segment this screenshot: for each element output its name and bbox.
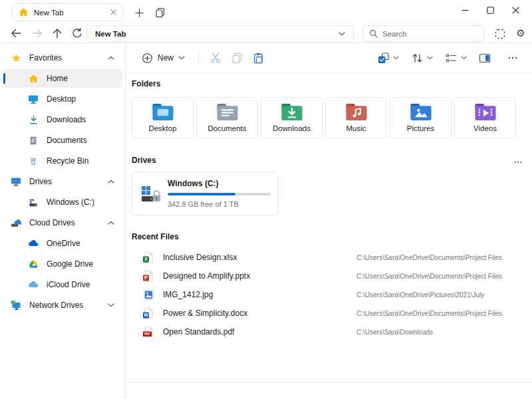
paste-button[interactable] [249, 49, 267, 66]
selection-accent-bar [3, 73, 5, 84]
forward-button[interactable] [29, 25, 45, 41]
layout-view-button[interactable] [442, 49, 460, 66]
tab-new-tab[interactable]: New Tab [12, 3, 123, 21]
chevron-up-icon[interactable] [108, 221, 114, 225]
sidebar-section-favorites[interactable]: Favorites [3, 49, 122, 67]
sidebar-item-documents[interactable]: Documents [3, 131, 122, 150]
settings-gear-icon[interactable]: ⚙ [513, 25, 529, 41]
desktop-folder-icon [152, 103, 174, 121]
address-chevron-down-icon[interactable] [338, 32, 345, 36]
bitlocker-drive-icon [141, 184, 161, 204]
copy-button[interactable] [228, 49, 245, 66]
cut-button[interactable] [207, 49, 224, 66]
cloud-drive-icon [11, 217, 21, 228]
tab-title: New Tab [34, 9, 105, 17]
sidebar-item-desktop[interactable]: Desktop [3, 90, 122, 108]
window-controls [452, 0, 528, 20]
chevron-down-icon [178, 56, 185, 60]
file-row-xlsx[interactable]: X Inclusive Design.xlsx C:\Users\Sara\On… [126, 248, 526, 267]
folder-tile-documents[interactable]: Documents [196, 97, 258, 138]
music-folder-icon [345, 103, 368, 121]
tab-overview-icon[interactable] [153, 5, 168, 20]
drive-usage-fill [168, 193, 235, 196]
new-button[interactable]: New [136, 49, 190, 67]
file-row-jpg[interactable]: IMG_1412.jpg C:\Users\Sara\OneDrive\Pict… [126, 285, 526, 304]
refresh-button[interactable] [69, 25, 85, 41]
back-button[interactable] [8, 25, 24, 41]
hard-drive-icon [28, 197, 39, 207]
powerpoint-file-icon: P [142, 270, 154, 282]
folder-tile-desktop[interactable]: Desktop [132, 97, 194, 138]
recent-files-section-title: Recent Files [132, 232, 179, 241]
sidebar-item-recycle-bin[interactable]: Recycle Bin [3, 152, 122, 170]
chevron-up-icon[interactable] [108, 180, 114, 184]
search-box[interactable] [362, 25, 484, 42]
toolbar-separator [198, 51, 199, 65]
google-drive-icon [28, 259, 39, 269]
pictures-folder-icon [410, 103, 432, 121]
view-controls [368, 49, 525, 66]
tab-close-icon[interactable] [110, 9, 116, 15]
up-button[interactable] [49, 25, 65, 41]
sidebar-item-downloads[interactable]: Downloads [3, 110, 122, 129]
navigation-bar: New Tab ⚙ [0, 24, 532, 43]
download-arrow-icon [28, 114, 39, 125]
pdf-file-icon: PDF [142, 326, 154, 338]
see-more-button[interactable] [504, 49, 521, 66]
details-pane-button[interactable] [476, 49, 493, 66]
folders-section-title: Folders [132, 79, 160, 88]
drives-see-more-button[interactable] [510, 157, 526, 168]
sidebar-section-cloud-drives[interactable]: Cloud Drives [3, 213, 122, 232]
folder-tile-videos[interactable]: Videos [454, 97, 516, 138]
sidebar-item-home[interactable]: Home [3, 69, 122, 88]
address-bar[interactable]: New Tab [86, 25, 354, 42]
drives-section-title: Drives [132, 156, 156, 165]
star-icon [11, 53, 21, 63]
folder-tile-downloads[interactable]: Downloads [261, 97, 323, 138]
recycle-bin-icon [28, 156, 39, 166]
sidebar-section-drives[interactable]: Drives [3, 172, 122, 191]
chevron-down-icon[interactable] [393, 56, 399, 60]
minimize-button[interactable] [452, 0, 477, 20]
address-text: New Tab [95, 30, 338, 38]
svg-text:W: W [144, 313, 148, 317]
folder-tile-music[interactable]: Music [325, 97, 387, 138]
focus-mode-icon[interactable] [492, 26, 507, 41]
title-bar: New Tab [0, 0, 532, 24]
file-row-pdf[interactable]: PDF Open Standards.pdf C:\Users\Sara\Dow… [126, 323, 526, 341]
network-drive-icon [11, 300, 21, 311]
sidebar-item-windows-c[interactable]: Windows (C:) [3, 193, 122, 211]
excel-file-icon: X [142, 251, 154, 263]
chevron-down-icon[interactable] [461, 56, 467, 60]
home-icon [28, 73, 39, 84]
word-file-icon: W [142, 307, 154, 319]
sidebar-item-google-drive[interactable]: Google Drive [3, 255, 122, 273]
document-icon [28, 135, 39, 146]
close-button[interactable] [503, 0, 528, 20]
folder-tile-pictures[interactable]: Pictures [390, 97, 452, 138]
onedrive-cloud-icon [28, 238, 39, 249]
drive-monitor-icon [11, 176, 21, 187]
videos-folder-icon [474, 103, 497, 121]
main-panel: New [126, 43, 532, 399]
maximize-button[interactable] [477, 0, 503, 20]
icloud-cloud-icon [28, 279, 39, 290]
sidebar-item-icloud-drive[interactable]: iCloud Drive [3, 275, 122, 294]
drive-card-windows-c[interactable]: Windows (C:) 342.8 GB free of 1 TB [132, 172, 278, 215]
search-input[interactable] [382, 30, 477, 38]
svg-text:P: P [144, 275, 148, 281]
chevron-down-icon[interactable] [108, 303, 114, 307]
sort-button[interactable] [408, 49, 426, 66]
svg-text:PDF: PDF [144, 332, 150, 336]
file-row-pptx[interactable]: P Designed to Amplify.pptx C:\Users\Sara… [126, 267, 526, 285]
file-row-docx[interactable]: W Power & Simplicity.docx C:\Users\Sara\… [126, 304, 526, 323]
sidebar: Favorites Home Desktop Downloads Documen… [0, 43, 125, 399]
chevron-up-icon[interactable] [108, 56, 114, 60]
drive-name: Windows (C:) [168, 179, 219, 188]
command-toolbar: New [126, 43, 532, 73]
chevron-down-icon[interactable] [427, 56, 433, 60]
sidebar-item-onedrive[interactable]: OneDrive [3, 234, 122, 253]
select-button[interactable] [374, 49, 392, 66]
new-tab-button[interactable] [132, 5, 146, 20]
sidebar-section-network-drives[interactable]: Network Drives [3, 296, 122, 315]
